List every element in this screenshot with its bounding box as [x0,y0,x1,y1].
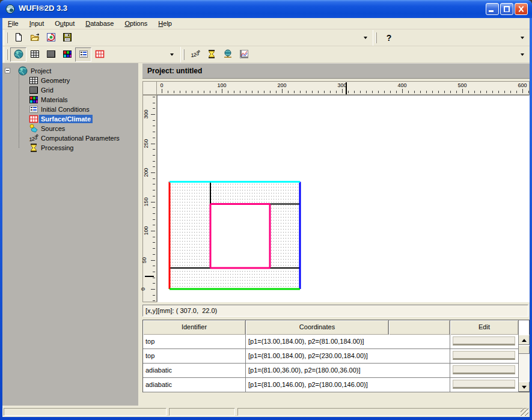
tree-item-label[interactable]: Project [29,67,53,75]
ruler-tick [153,272,155,272]
ruler-tick [153,295,155,296]
maximize-icon [504,6,510,12]
scroll-up-button[interactable] [518,335,530,345]
help-button[interactable]: ? [382,31,396,44]
menu-output[interactable]: Output [49,18,80,29]
surface-climate-grid-button[interactable] [91,47,108,62]
tree-item-project[interactable]: Project [2,66,138,76]
ruler-label: 200 [143,168,149,177]
ruler-tick [366,91,367,93]
scrollbar-thumb[interactable] [518,345,530,354]
ruler-tick [153,196,155,196]
toolbar-actions-band: 123 [180,47,528,62]
column-header-edit[interactable]: Edit [450,320,519,335]
tree-item-label[interactable]: Sources [39,124,67,133]
numeric-grid-button[interactable] [43,47,59,62]
tree-item-processing[interactable]: Processing [2,143,138,153]
ruler-tick [192,91,192,93]
edit-button[interactable] [453,336,515,345]
menu-options[interactable]: Options [119,18,153,29]
toolbar-grip-handle[interactable] [6,32,8,43]
coordinates-cell[interactable]: [p1=(81.00,146.00), p2=(180.00,146.00)] [246,378,450,392]
toolbar-grip-handle[interactable] [375,32,377,43]
menu-database[interactable]: Database [80,18,119,29]
tree-item-label[interactable]: Computational Parameters [39,134,121,142]
new-document-button[interactable] [10,31,26,45]
app-logo-globe-icon [5,4,15,14]
panel-splitter[interactable] [138,63,142,406]
column-header-spacer[interactable] [389,320,450,335]
cursor-position-readout: [x,y][mm]: ( 307.0, 22.0) [142,305,528,317]
edit-button[interactable] [453,380,515,389]
tree-expander-minus[interactable] [5,68,10,73]
tree-item-computational-parameters[interactable]: 123Computational Parameters [2,133,138,143]
ruler-tick [228,91,228,93]
tree-item-sources[interactable]: Sources [2,124,138,133]
menu-file[interactable]: File [2,18,24,29]
toolbar-overflow-arrow-icon[interactable] [521,37,524,39]
resize-grip[interactable] [521,408,528,416]
tree-item-label[interactable]: Grid [39,86,55,94]
column-header-identifier[interactable]: Identifier [143,320,246,335]
ruler-tick [153,242,155,243]
edit-button[interactable] [453,351,515,360]
geometry-grid-button[interactable] [26,47,43,62]
processing-hourglass-button[interactable] [203,47,219,62]
ruler-tick [153,132,155,132]
title-bar[interactable]: WUFI®2D 3.3 [0,0,532,18]
tree-item-geometry[interactable]: Geometry [2,76,138,85]
results-chart-button[interactable] [236,47,252,62]
open-folder-button[interactable] [26,31,43,45]
tree-item-grid[interactable]: Grid [2,85,138,95]
computational-parameters-button[interactable]: 123 [187,47,203,62]
tree-item-label[interactable]: Initial Conditions [39,105,91,114]
identifier-cell[interactable]: adiabatic [143,364,246,378]
identifier-cell[interactable]: adiabatic [143,378,246,392]
scroll-down-button[interactable] [518,382,530,392]
ruler-tick [516,91,517,93]
toolbar-overflow-arrow-icon[interactable] [364,37,367,39]
tree-item-label[interactable]: Surface/Climate [39,115,93,123]
project-tree: ProjectGeometryGridMaterialsInitial Cond… [2,63,138,406]
column-header-coordinates[interactable]: Coordinates [246,320,389,335]
save-button[interactable] [59,31,75,45]
menu-input[interactable]: Input [24,18,49,29]
import-export-button[interactable] [43,31,59,45]
toolbar-grip-handle[interactable] [183,49,185,60]
identifier-cell[interactable]: top [143,349,246,364]
project-globe-button[interactable] [10,47,26,62]
preview-globe-button[interactable] [219,47,236,62]
toolbar-overflow-arrow-icon[interactable] [521,53,524,56]
coordinates-cell[interactable]: [p1=(81.00,184.00), p2=(230.00,184.00)] [246,349,450,364]
maximize-button[interactable] [500,3,513,15]
identifier-cell[interactable]: top [143,335,246,349]
toolbar-grip-handle[interactable] [6,49,8,60]
ruler-tick [504,91,505,93]
edit-button[interactable] [453,365,515,374]
svg-text:3: 3 [34,135,37,141]
materials-grid-button[interactable] [59,47,75,62]
minimize-button[interactable] [486,3,499,15]
ruler-tick [168,91,168,93]
initial-conditions-list-button[interactable] [75,47,91,62]
tree-item-label[interactable]: Geometry [39,76,72,85]
ruler-tick [354,91,355,93]
ruler-label: 0 [160,82,163,88]
toolbar-overflow-arrow-icon[interactable] [170,53,174,56]
tree-item-surface-climate[interactable]: Surface/Climate [2,114,138,124]
project-title-text: Project: untitled [147,67,202,75]
ruler-tick [522,89,523,93]
tree-item-label[interactable]: Materials [39,96,70,104]
menu-help[interactable]: Help [153,18,177,29]
geometry-canvas[interactable] [157,95,530,302]
close-button[interactable] [515,3,528,15]
coordinates-cell[interactable]: [p1=(81.00,36.00), p2=(180.00,36.00)] [246,364,450,378]
window-title: WUFI®2D 3.3 [19,4,67,13]
table-scrollbar[interactable] [518,335,530,392]
menu-bar: FileInputOutputDatabaseOptionsHelp [2,18,530,29]
tree-item-initial-conditions[interactable]: Initial Conditions [2,105,138,114]
coordinates-cell[interactable]: [p1=(13.00,184.00), p2=(81.00,184.00)] [246,335,450,349]
tree-item-label[interactable]: Processing [39,144,75,152]
preview-globe-icon [223,49,233,60]
tree-item-materials[interactable]: Materials [2,95,138,105]
